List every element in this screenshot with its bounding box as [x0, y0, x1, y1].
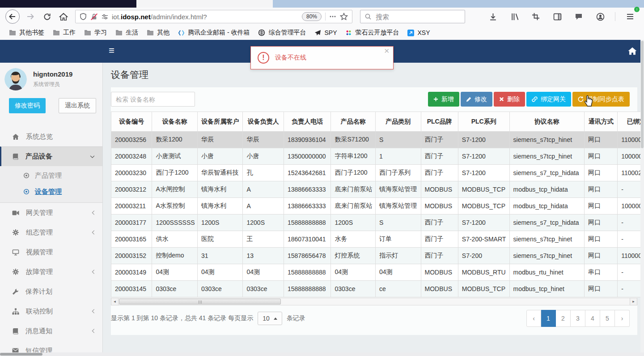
table-cell: 西门子系列: [376, 165, 421, 181]
bookmark-item[interactable]: 工作: [49, 27, 79, 38]
bookmark-item[interactable]: 腾讯企业邮箱 - 收件箱: [174, 27, 253, 38]
device-table-wrap: 设备编号设备名称设备所属客户设备负责人负责人电话产品名称产品类别PLC品牌PLC…: [111, 112, 640, 297]
zoom-indicator[interactable]: 80%: [302, 12, 322, 21]
browser-search-input[interactable]: [376, 13, 461, 21]
bookmark-item[interactable]: 学习: [80, 27, 110, 38]
table-row[interactable]: 2000031771200SSSSSS1200S1200S15888888888…: [111, 214, 641, 231]
shield-icon[interactable]: [80, 13, 87, 20]
permissions-icon[interactable]: [102, 13, 108, 20]
add-device-button[interactable]: 新增: [428, 92, 459, 107]
reload-button[interactable]: [40, 9, 54, 24]
column-header[interactable]: 负责人电话: [284, 112, 331, 132]
sidebar-item[interactable]: 故障管理: [0, 262, 102, 282]
scrollbar-track[interactable]: [119, 298, 630, 305]
bookmark-item[interactable]: 综合管理平台: [254, 27, 309, 38]
app-home-icon[interactable]: [628, 47, 637, 55]
table-row[interactable]: 200003212A水闸控制镇海水利A13886663333底来门前泵站镇海泵站…: [111, 181, 641, 198]
bookmark-star-icon[interactable]: [340, 13, 348, 21]
device-search-input[interactable]: [111, 92, 195, 107]
pager-page[interactable]: 4: [585, 310, 600, 327]
sidebar-item[interactable]: 联动控制: [0, 301, 102, 321]
table-row[interactable]: 200003211A水泵控制镇海水利A13886663333底来门前泵站镇海泵站…: [111, 198, 641, 214]
sidebar-subitem[interactable]: 产品管理: [0, 167, 102, 184]
bookmark-item[interactable]: XSY: [404, 28, 433, 38]
scrollbar-thumb[interactable]: [119, 299, 281, 305]
sidebar-item[interactable]: 视频管理: [0, 242, 102, 262]
table-row[interactable]: 200003256数采1200华辰华辰18390936104数采S71200S西…: [111, 132, 641, 148]
bookmark-item[interactable]: 萤石云开放平台: [342, 27, 402, 38]
column-header[interactable]: 协议名称: [509, 112, 585, 132]
page-vertical-scrollbar[interactable]: [640, 40, 644, 352]
bookmark-item[interactable]: 其他: [143, 27, 173, 38]
screenshot-crop-icon[interactable]: [529, 9, 542, 24]
forward-button[interactable]: [24, 9, 37, 24]
column-header[interactable]: PLC系列: [458, 112, 509, 132]
column-header[interactable]: 通讯方式: [585, 112, 618, 132]
url-bar[interactable]: iot.idosp.net/admin/index.html? 80%: [75, 10, 352, 23]
vertical-scrollbar-thumb[interactable]: [641, 41, 644, 148]
scroll-left-arrow-icon[interactable]: ◂: [111, 298, 119, 305]
scroll-right-arrow-icon[interactable]: ▸: [630, 298, 637, 305]
table-row[interactable]: 2000031450303ce0303ce0303ce1588888888803…: [111, 281, 641, 297]
horizontal-scrollbar-thumb[interactable]: [0, 353, 42, 356]
account-icon[interactable]: [593, 9, 607, 24]
page-horizontal-scrollbar[interactable]: [0, 352, 644, 356]
table-cell: 网口: [585, 198, 618, 214]
table-row[interactable]: 200003152控制demo311315878656478灯控系统指示灯西门子…: [111, 248, 641, 264]
alert-close-icon[interactable]: ✕: [384, 47, 390, 55]
library-icon[interactable]: [508, 9, 521, 24]
sidebar-panel-icon[interactable]: [551, 9, 564, 24]
pager-prev[interactable]: ‹: [526, 310, 541, 327]
logout-button[interactable]: 退出系统: [59, 98, 96, 113]
pager-page[interactable]: 5: [600, 310, 615, 327]
table-row[interactable]: 20000314904测04测04测1588888888804测04测MODBU…: [111, 264, 641, 281]
sidebar-item[interactable]: 保养计划: [0, 282, 102, 301]
delete-device-button[interactable]: 删除: [494, 92, 525, 107]
insecure-lock-icon[interactable]: [90, 13, 98, 21]
change-password-button[interactable]: 修改密码: [9, 98, 46, 113]
bind-gateway-button[interactable]: 绑定网关: [526, 92, 571, 107]
pager-page[interactable]: 2: [556, 310, 571, 327]
bookmark-item[interactable]: SPY: [311, 28, 340, 38]
page-size-dropdown[interactable]: 10: [258, 312, 282, 325]
pager-page[interactable]: 1: [541, 310, 556, 327]
column-header[interactable]: PLC品牌: [421, 112, 458, 132]
bookmark-label: 工作: [63, 29, 76, 37]
column-header[interactable]: 产品类别: [376, 112, 421, 132]
table-horizontal-scrollbar[interactable]: ◂ ▸: [111, 298, 637, 305]
table-row[interactable]: 200003230西门子1200华辰智通科技孔15243642681西门子120…: [111, 165, 641, 181]
sidebar-item[interactable]: 网关管理: [0, 203, 102, 223]
back-button[interactable]: [4, 9, 21, 24]
column-header[interactable]: 设备编号: [111, 112, 152, 132]
sidebar-item[interactable]: 产品设备: [0, 146, 102, 166]
bookmark-item[interactable]: 其他书签: [5, 27, 48, 38]
download-icon[interactable]: [486, 9, 500, 24]
url-text[interactable]: iot.idosp.net/admin/index.html?: [112, 13, 298, 21]
page-actions-icon[interactable]: [329, 13, 336, 20]
edit-device-button[interactable]: 修改: [461, 92, 492, 107]
sidebar-item[interactable]: 组态管理: [0, 223, 102, 242]
sidebar-subitem[interactable]: 设备管理: [0, 184, 102, 200]
force-sync-button[interactable]: 强制同步点表: [572, 92, 630, 107]
table-cell: 小唐测试: [152, 148, 198, 165]
chat-bubble-icon[interactable]: [572, 9, 585, 24]
pager-page[interactable]: 3: [571, 310, 585, 327]
app-menu-icon[interactable]: ↑: [623, 9, 637, 24]
column-header[interactable]: 已绑定网关: [618, 112, 640, 132]
pager-next[interactable]: ›: [615, 310, 630, 327]
table-cell: siemens_s7tcp_hinet: [509, 148, 585, 165]
table-row[interactable]: 200003248小唐测试小唐小唐13500000000字符串12001西门子S…: [111, 148, 641, 165]
column-header[interactable]: 产品名称: [331, 112, 376, 132]
column-header[interactable]: 设备负责人: [243, 112, 284, 132]
bookmark-item[interactable]: 生活: [112, 27, 142, 38]
table-cell: 15888888888: [284, 214, 331, 231]
sidebar-item[interactable]: 系统总览: [0, 127, 102, 146]
column-header[interactable]: 设备所属客户: [197, 112, 243, 132]
table-cell: 镇海泵站管理: [376, 198, 421, 214]
browser-search[interactable]: [360, 10, 465, 23]
home-button[interactable]: [57, 9, 70, 24]
sidebar-item[interactable]: 消息通知: [0, 321, 102, 341]
column-header[interactable]: 设备名称: [152, 112, 198, 132]
sidebar-toggle-icon[interactable]: ≡: [109, 46, 114, 56]
table-row[interactable]: 200003165供水医院王18607310041水务订单西门子S7-200-S…: [111, 231, 641, 248]
